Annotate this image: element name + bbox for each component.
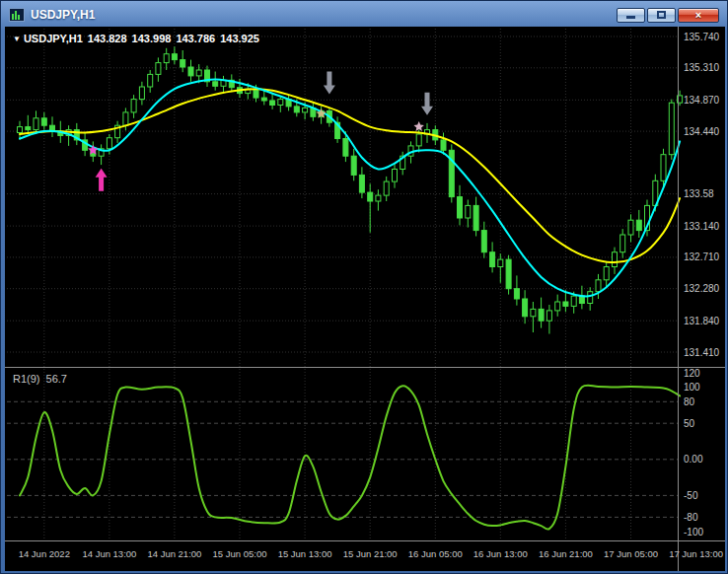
- candle-body: [164, 54, 169, 63]
- main-chart-pane[interactable]: [5, 27, 678, 367]
- time-axis-label: 15 Jun 21:00: [343, 548, 398, 559]
- indicator-axis-label: 50: [684, 418, 695, 429]
- close-button[interactable]: ×: [678, 8, 719, 23]
- candle-body: [34, 118, 38, 130]
- candle-body: [188, 67, 193, 76]
- candle-body: [343, 139, 348, 157]
- candle-body: [18, 127, 23, 133]
- candle-body: [523, 299, 528, 317]
- candle-body: [196, 70, 201, 76]
- indicator-axis-label: 100: [684, 382, 700, 393]
- candle-body: [172, 54, 177, 60]
- indicator-value: 56.7: [46, 373, 67, 385]
- time-axis[interactable]: 14 Jun 202214 Jun 13:0014 Jun 21:0015 Ju…: [19, 548, 723, 559]
- time-axis-label: 16 Jun 05:00: [408, 548, 463, 559]
- candle-body: [148, 74, 153, 87]
- time-axis-label: 14 Jun 2022: [19, 548, 70, 559]
- candle-body: [139, 87, 144, 100]
- indicator-axis-label: -100: [684, 527, 703, 538]
- candle-body: [123, 112, 128, 125]
- time-axis-label: 16 Jun 21:00: [539, 548, 593, 559]
- candle-body: [466, 205, 471, 218]
- candle-body: [294, 107, 299, 112]
- ohlc-close: 143.925: [220, 33, 259, 44]
- indicator-axis-label: 0.00: [684, 454, 703, 465]
- candle-body: [481, 231, 486, 252]
- candle-body: [636, 220, 641, 230]
- ohlc-low: 143.786: [176, 33, 215, 44]
- maximize-button[interactable]: [647, 8, 676, 23]
- chart-header: ▼USDJPY,H1143.828143.998143.786143.925: [13, 33, 264, 44]
- candle-body: [490, 252, 495, 267]
- window-title: USDJPY,H1: [31, 8, 615, 22]
- candle-body: [531, 309, 536, 316]
- close-icon: ×: [695, 9, 701, 21]
- candle-body: [384, 181, 389, 195]
- price-axis-label: 133.140: [684, 221, 720, 232]
- candle-body: [473, 205, 478, 230]
- chart-symbol-period: USDJPY,H1: [24, 33, 83, 44]
- mt4-window: USDJPY,H1 × 135.740135.310134.870134.440…: [0, 0, 728, 574]
- candle-body: [563, 302, 568, 306]
- time-axis-label: 15 Jun 05:00: [213, 548, 267, 559]
- candle-body: [441, 140, 446, 150]
- candle-body: [181, 60, 185, 67]
- candle-body: [628, 220, 633, 235]
- time-axis-label: 17 Jun 13:00: [669, 548, 723, 559]
- candle-body: [669, 103, 674, 155]
- symbol-dropdown-icon[interactable]: ▼: [13, 35, 21, 43]
- candle-body: [546, 311, 551, 321]
- candle-body: [278, 100, 283, 106]
- time-axis-label: 15 Jun 13:00: [278, 548, 332, 559]
- candle-body: [393, 170, 398, 182]
- indicator-axis-label: 120: [684, 368, 700, 379]
- indicator-axis-label: -80: [684, 512, 698, 523]
- candle-body: [156, 63, 161, 75]
- window-controls: ×: [615, 8, 719, 23]
- candle-body: [539, 309, 544, 321]
- price-axis-label: 134.870: [684, 95, 720, 106]
- candle-body: [555, 302, 560, 311]
- candle-body: [613, 252, 618, 267]
- price-axis-label: 134.440: [684, 126, 720, 137]
- price-axis-label: 131.410: [684, 347, 720, 358]
- candle-body: [41, 118, 46, 125]
- chart-canvas[interactable]: 135.740135.310134.870134.440133.58133.14…: [5, 27, 725, 571]
- ohlc-high: 143.998: [132, 33, 172, 44]
- price-axis-label: 135.740: [684, 32, 720, 42]
- minimize-button[interactable]: [617, 8, 645, 23]
- candle-body: [588, 292, 593, 304]
- candle-body: [571, 296, 576, 306]
- candle-body: [596, 280, 601, 292]
- titlebar[interactable]: USDJPY,H1 ×: [5, 4, 723, 26]
- indicator-axis-label: 80: [684, 396, 695, 407]
- price-axis-label: 132.710: [684, 251, 720, 262]
- price-axis-label: 131.840: [684, 316, 720, 326]
- candle-body: [303, 108, 308, 112]
- indicator-name: R1(9): [13, 373, 40, 385]
- candle-body: [254, 89, 258, 98]
- chart-client-area[interactable]: 135.740135.310134.870134.440133.58133.14…: [5, 27, 725, 571]
- time-axis-label: 14 Jun 21:00: [147, 548, 201, 559]
- candle-body: [213, 82, 218, 87]
- candle-body: [458, 197, 463, 218]
- candle-body: [416, 134, 421, 146]
- price-axis-label: 132.280: [684, 283, 720, 294]
- indicator-axis-label: -50: [684, 490, 698, 501]
- maximize-icon: [657, 11, 666, 19]
- candle-body: [131, 100, 136, 112]
- candle-body: [506, 259, 511, 289]
- candle-body: [261, 98, 266, 101]
- indicator-label: R1(9)56.7: [13, 373, 73, 385]
- candle-body: [661, 155, 666, 181]
- price-axis-label: 133.58: [684, 188, 714, 199]
- candle-body: [620, 235, 625, 252]
- time-axis-label: 14 Jun 13:00: [82, 548, 136, 559]
- candle-body: [359, 175, 364, 192]
- candle-body: [514, 289, 519, 299]
- candle-body: [351, 156, 356, 175]
- candle-body: [107, 138, 111, 149]
- app-icon: [9, 8, 25, 22]
- time-axis-label: 17 Jun 05:00: [604, 548, 658, 559]
- candle-body: [26, 127, 31, 130]
